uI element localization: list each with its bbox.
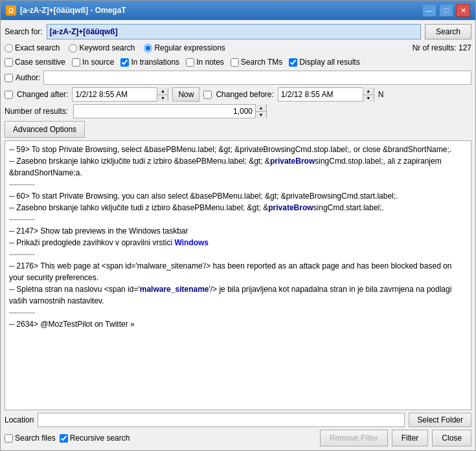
in-translations-label: In translations [131,58,179,67]
advanced-options-button[interactable]: Advanced Options [5,121,85,138]
in-notes-label: In notes [196,58,224,67]
result-line: -- 60> To start Private Browsing, you ca… [9,190,467,202]
changed-before-input[interactable] [278,88,363,101]
search-button[interactable]: Search [425,24,471,39]
changed-before-input-wrap: ▲ ▼ [278,87,374,102]
in-source-checkbox[interactable] [72,58,80,67]
number-of-results-spinner: ▲ ▼ [255,104,266,118]
recursive-search-option[interactable]: Recursive search [60,434,130,443]
author-checkbox[interactable] [5,74,13,82]
separator-line: ---------- [9,307,467,318]
date-row: Changed after: ▲ ▼ Now Changed before: ▲… [5,87,471,102]
changed-before-label: Changed before: [216,90,273,99]
changed-before-up[interactable]: ▲ [363,87,374,95]
number-of-results-down[interactable]: ▼ [256,112,266,119]
nr-results-label: Nr of results: 127 [413,43,471,52]
changed-after-input-wrap: ▲ ▼ [72,87,168,102]
changed-before-down[interactable]: ▼ [363,95,374,102]
exact-search-radio[interactable] [5,44,13,52]
regex-search-label: Regular expressions [154,43,225,52]
checkboxes-row: Case sensitive In source In translations… [5,56,471,68]
result-line: -- 2634> @MozTestPilot on Twitter » [9,318,467,330]
changed-after-down[interactable]: ▼ [157,95,168,102]
case-sensitive-checkbox[interactable] [5,58,13,67]
number-of-results-row: Number of results: ▲ ▼ [5,104,471,118]
changed-after-checkbox[interactable] [5,91,13,99]
case-sensitive-option[interactable]: Case sensitive [5,58,65,67]
close-window-button[interactable]: ✕ [456,4,470,17]
close-button[interactable]: Close [432,430,471,446]
changed-before-now-suffix: N [378,90,384,99]
regex-search-radio[interactable] [144,44,152,52]
separator-line: ---------- [9,248,467,260]
in-translations-checkbox[interactable] [120,58,129,67]
result-line: -- 2147> Show tab previews in the Window… [9,225,467,237]
search-tms-checkbox[interactable] [231,58,239,67]
location-label: Location [5,415,34,424]
display-all-results-label: Display all results [299,58,359,67]
number-of-results-input-wrap: ▲ ▼ [73,104,267,118]
location-input[interactable] [38,413,405,427]
number-of-results-input[interactable] [74,105,255,118]
main-content: Search for: Search Exact search Keyword … [1,20,475,450]
regex-search-option[interactable]: Regular expressions [144,43,225,52]
results-area[interactable]: -- 59> To stop Private Browsing, select … [5,140,471,410]
case-sensitive-label: Case sensitive [15,58,65,67]
changed-after-input[interactable] [73,88,157,101]
number-of-results-up[interactable]: ▲ [256,104,266,112]
window-title: [a-zA-Z]+[öäüqwß] - OmegaT [20,6,126,15]
author-row: Author: [5,71,471,85]
in-notes-checkbox[interactable] [186,58,194,67]
title-bar-left: Ω [a-zA-Z]+[öäüqwß] - OmegaT [6,5,126,16]
search-tms-option[interactable]: Search TMs [231,58,282,67]
in-source-label: In source [82,58,114,67]
search-files-label: Search files [15,434,56,443]
keyword-search-label: Keyword search [79,43,135,52]
changed-after-up[interactable]: ▲ [157,87,168,95]
bottom-actions-row: Search files Recursive search Remove Fil… [5,430,471,446]
search-input[interactable] [47,24,421,39]
result-line: -- Spletna stran na naslovu <span id='ma… [9,283,467,307]
display-all-results-option[interactable]: Display all results [289,58,359,67]
minimize-button[interactable]: — [422,4,436,17]
title-bar: Ω [a-zA-Z]+[öäüqwß] - OmegaT — □ ✕ [1,1,475,20]
separator-line: ---------- [9,179,467,190]
in-source-option[interactable]: In source [72,58,114,67]
main-window: Ω [a-zA-Z]+[öäüqwß] - OmegaT — □ ✕ Searc… [0,0,476,451]
search-files-option[interactable]: Search files [5,434,56,443]
author-label: Author: [16,73,41,82]
changed-before-checkbox[interactable] [203,91,212,99]
recursive-search-label: Recursive search [70,434,130,443]
result-line: -- 2176> This web page at <span id='malw… [9,260,467,283]
result-line: -- Zasebno brskanje lahko izključite tud… [9,155,467,179]
exact-search-option[interactable]: Exact search [5,43,60,52]
separator-line: ---------- [9,214,467,225]
radio-options-row: Exact search Keyword search Regular expr… [5,42,471,54]
remove-filter-button[interactable]: Remove Filter [320,430,388,446]
location-row: Location Select Folder [5,413,471,427]
result-line: -- 59> To stop Private Browsing, select … [9,144,467,155]
search-files-checkbox[interactable] [5,434,13,443]
display-all-results-checkbox[interactable] [289,58,297,67]
author-input[interactable] [43,71,471,85]
search-for-row: Search for: Search [5,24,471,39]
recursive-search-checkbox[interactable] [60,434,68,443]
keyword-search-option[interactable]: Keyword search [69,43,135,52]
result-line: -- Zasebno brskanje lahko vključite tudi… [9,202,467,214]
changed-after-spinner: ▲ ▼ [157,87,168,102]
search-for-label: Search for: [5,27,43,36]
bottom-section: Location Select Folder Search files Recu… [5,413,471,446]
search-tms-label: Search TMs [241,58,282,67]
in-translations-option[interactable]: In translations [120,58,179,67]
select-folder-button[interactable]: Select Folder [409,413,471,427]
in-notes-option[interactable]: In notes [186,58,224,67]
changed-before-spinner: ▲ ▼ [363,87,374,102]
now-button[interactable]: Now [172,87,199,102]
number-of-results-label: Number of results: [5,107,68,116]
maximize-button[interactable]: □ [439,4,453,17]
keyword-search-radio[interactable] [69,44,77,52]
app-icon: Ω [6,5,16,16]
result-line: -- Prikaži predoglede zavihkov v opravil… [9,237,467,248]
filter-button[interactable]: Filter [392,430,429,446]
exact-search-label: Exact search [15,43,60,52]
